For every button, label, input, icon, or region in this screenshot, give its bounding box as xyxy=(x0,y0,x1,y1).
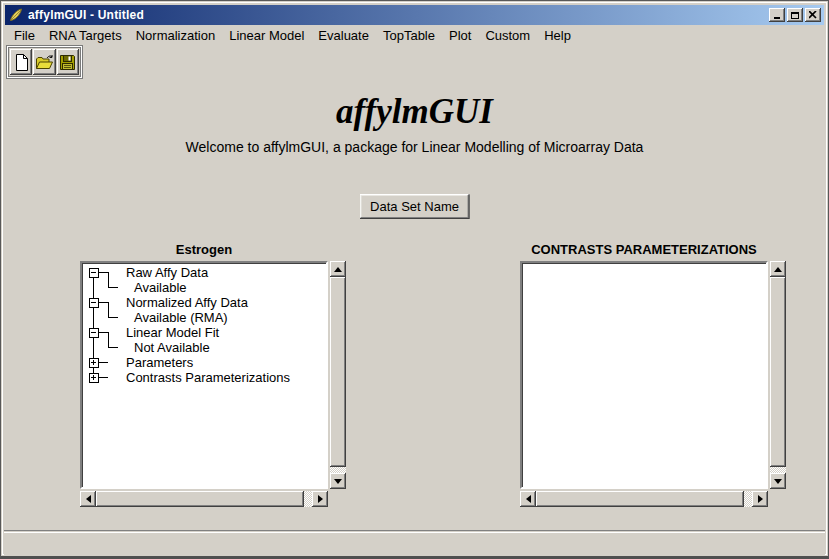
dataset-tree-horizontal-scrollbar[interactable] xyxy=(80,491,328,507)
menu-item-plot[interactable]: Plot xyxy=(449,28,471,43)
close-icon xyxy=(809,11,817,19)
tree-item[interactable]: Normalized Affy Data xyxy=(126,295,248,310)
maximize-button[interactable] xyxy=(787,8,803,22)
menu-item-custom[interactable]: Custom xyxy=(485,28,530,43)
menu-item-file[interactable]: File xyxy=(14,28,35,43)
tree-item[interactable]: Parameters xyxy=(126,355,193,370)
status-bar xyxy=(4,532,825,555)
toolbar-frame xyxy=(6,45,83,79)
save-floppy-icon xyxy=(59,54,76,71)
scroll-right-button[interactable] xyxy=(752,491,768,507)
scroll-up-button[interactable] xyxy=(770,261,786,277)
scroll-down-button[interactable] xyxy=(770,473,786,489)
scroll-thumb[interactable] xyxy=(330,277,346,467)
contrasts-horizontal-scrollbar[interactable] xyxy=(520,491,768,507)
menu-bar: File RNA Targets Normalization Linear Mo… xyxy=(5,27,824,44)
contrasts-listbox[interactable] xyxy=(520,261,768,489)
tree-item[interactable]: Linear Model Fit xyxy=(126,325,219,340)
arrow-right-icon xyxy=(758,495,763,503)
contrasts-list-items xyxy=(522,263,766,487)
scroll-thumb[interactable] xyxy=(770,277,786,467)
menu-item-toptable[interactable]: TopTable xyxy=(383,28,435,43)
arrow-right-icon xyxy=(318,495,323,503)
maximize-icon xyxy=(791,12,799,19)
toolbar xyxy=(5,44,824,81)
scroll-left-button[interactable] xyxy=(520,491,536,507)
scroll-left-button[interactable] xyxy=(80,491,96,507)
dataset-status-tree[interactable]: Raw Affy DataAvailableNormalized Affy Da… xyxy=(80,261,328,489)
minimize-button[interactable] xyxy=(769,8,785,22)
tree-item[interactable]: Contrasts Parameterizations xyxy=(126,370,290,385)
arrow-up-icon xyxy=(334,267,342,272)
menu-item-help[interactable]: Help xyxy=(544,28,571,43)
app-window: affylmGUI - Untitled File RNA Targets No… xyxy=(0,0,829,559)
tree-item[interactable]: Not Available xyxy=(134,340,210,355)
arrow-down-icon xyxy=(774,479,782,484)
scroll-right-button[interactable] xyxy=(312,491,328,507)
open-file-button[interactable] xyxy=(33,49,55,75)
contrasts-title: CONTRASTS PARAMETERIZATIONS xyxy=(520,242,768,257)
arrow-left-icon xyxy=(86,495,91,503)
tk-feather-icon[interactable] xyxy=(8,7,24,23)
arrow-up-icon xyxy=(774,267,782,272)
title-bar[interactable]: affylmGUI - Untitled xyxy=(5,5,824,25)
window-controls xyxy=(769,8,821,22)
close-button[interactable] xyxy=(805,8,821,22)
open-folder-icon xyxy=(35,54,54,71)
app-heading: affylmGUI xyxy=(4,92,825,132)
dataset-tree-vertical-scrollbar[interactable] xyxy=(330,261,346,489)
minimize-icon xyxy=(774,17,780,19)
tree-item[interactable]: Available xyxy=(134,280,187,295)
scroll-thumb[interactable] xyxy=(96,491,304,507)
welcome-text: Welcome to affylmGUI, a package for Line… xyxy=(4,139,825,155)
menu-item-linear-model[interactable]: Linear Model xyxy=(229,28,304,43)
tree-item[interactable]: Available (RMA) xyxy=(134,310,228,325)
scroll-thumb[interactable] xyxy=(536,491,744,507)
arrow-down-icon xyxy=(334,479,342,484)
contrasts-vertical-scrollbar[interactable] xyxy=(770,261,786,489)
arrow-left-icon xyxy=(526,495,531,503)
scroll-up-button[interactable] xyxy=(330,261,346,277)
save-file-button[interactable] xyxy=(57,49,79,75)
main-content: affylmGUI Welcome to affylmGUI, a packag… xyxy=(4,82,825,531)
new-file-button[interactable] xyxy=(10,49,32,75)
menu-item-rna-targets[interactable]: RNA Targets xyxy=(49,28,122,43)
new-document-icon xyxy=(13,53,30,72)
menu-item-evaluate[interactable]: Evaluate xyxy=(318,28,369,43)
window-title: affylmGUI - Untitled xyxy=(28,8,769,22)
tree-rows: Raw Affy DataAvailableNormalized Affy Da… xyxy=(82,263,326,487)
menu-item-normalization[interactable]: Normalization xyxy=(136,28,215,43)
data-set-name-button[interactable]: Data Set Name xyxy=(359,194,470,219)
scroll-down-button[interactable] xyxy=(330,473,346,489)
tree-item[interactable]: Raw Affy Data xyxy=(126,265,208,280)
dataset-tree-title: Estrogen xyxy=(80,242,328,257)
